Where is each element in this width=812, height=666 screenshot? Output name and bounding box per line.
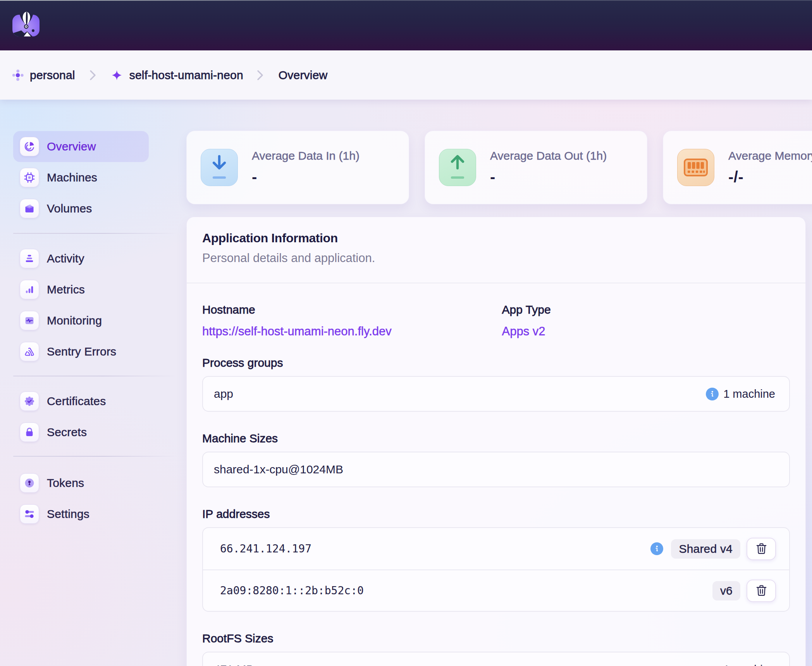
ip-type-badge: Shared v4 bbox=[671, 539, 740, 559]
sidebar-item-label: Activity bbox=[47, 252, 84, 265]
sidebar-item-volumes[interactable]: Volumes bbox=[13, 193, 149, 224]
field-label: Hostname bbox=[202, 302, 490, 317]
ip-address-row: 2a09:8280:1::2b:b52c:0 v6 bbox=[203, 569, 789, 611]
overview-icon bbox=[20, 137, 39, 156]
chevron-right-icon bbox=[90, 70, 96, 80]
sidebar-item-label: Sentry Errors bbox=[47, 345, 116, 358]
machine-sizes-section: Machine Sizes shared-1x-cpu@1024MB bbox=[202, 431, 790, 487]
sparkle-icon bbox=[112, 70, 122, 80]
upload-icon bbox=[439, 149, 476, 186]
sidebar-item-activity[interactable]: Activity bbox=[13, 243, 149, 274]
stat-value: - bbox=[252, 168, 360, 186]
ip-address-row: 66.241.124.197 Shared v4 bbox=[203, 528, 789, 569]
hostname-link[interactable]: https://self-host-umami-neon.fly.dev bbox=[202, 324, 490, 339]
lock-icon bbox=[20, 423, 39, 442]
settings-icon bbox=[20, 504, 39, 524]
section-label: Machine Sizes bbox=[202, 431, 790, 446]
sidebar-item-overview[interactable]: Overview bbox=[13, 131, 149, 162]
stat-card-data-out: Average Data Out (1h) - bbox=[425, 131, 647, 204]
sidebar-item-label: Settings bbox=[47, 507, 89, 521]
sidebar-item-label: Machines bbox=[47, 171, 97, 184]
sidebar-item-sentry-errors[interactable]: Sentry Errors bbox=[13, 336, 149, 367]
top-header bbox=[0, 0, 812, 50]
rootfs-size: 471 MB bbox=[214, 663, 254, 666]
rootfs-row: 471 MB 1 machine bbox=[203, 652, 789, 666]
field-app-type: App Type Apps v2 bbox=[502, 302, 790, 339]
breadcrumb-app[interactable]: self-host-umami-neon bbox=[129, 69, 243, 82]
sidebar-divider bbox=[13, 233, 177, 234]
delete-ip-button[interactable] bbox=[747, 580, 776, 602]
ip-address: 66.241.124.197 bbox=[220, 542, 311, 555]
section-label: RootFS Sizes bbox=[202, 631, 790, 646]
stat-value: - bbox=[490, 168, 607, 186]
sentry-icon bbox=[20, 342, 39, 361]
process-groups-section: Process groups app bbox=[202, 355, 790, 412]
activity-icon bbox=[20, 249, 39, 268]
sidebar-item-tokens[interactable]: Tokens bbox=[13, 468, 149, 499]
sidebar-item-certificates[interactable]: Certificates bbox=[13, 386, 149, 417]
field-hostname: Hostname https://self-host-umami-neon.fl… bbox=[202, 302, 490, 339]
delete-ip-button[interactable] bbox=[747, 538, 776, 560]
memory-icon bbox=[677, 149, 714, 186]
machines-icon bbox=[20, 168, 39, 187]
stat-card-data-in: Average Data In (1h) - bbox=[186, 131, 409, 204]
chevron-right-icon bbox=[257, 70, 263, 80]
app-type-link[interactable]: Apps v2 bbox=[502, 324, 790, 339]
certificate-icon bbox=[20, 392, 39, 411]
stats-row: Average Data In (1h) - Average Data bbox=[186, 131, 812, 204]
sidebar-item-label: Secrets bbox=[47, 426, 87, 439]
machine-size-value: shared-1x-cpu@1024MB bbox=[214, 463, 343, 476]
info-icon[interactable] bbox=[650, 542, 663, 555]
process-group-row: app 1 machine bbox=[203, 377, 789, 411]
stat-card-memory: Average Memory -/- bbox=[663, 131, 812, 204]
organization-icon bbox=[12, 69, 24, 81]
sidebar-item-monitoring[interactable]: Monitoring bbox=[13, 305, 149, 336]
main-content: Average Data In (1h) - Average Data bbox=[186, 100, 812, 666]
rootfs-sizes-section: RootFS Sizes 471 MB 1 machine bbox=[202, 631, 790, 666]
machine-count: 1 machine bbox=[723, 663, 775, 666]
card-title: Application Information bbox=[202, 231, 790, 245]
sidebar: Overview Machines bbox=[13, 131, 177, 530]
section-label: IP addresses bbox=[202, 506, 790, 522]
machine-size-row: shared-1x-cpu@1024MB bbox=[203, 452, 789, 487]
volumes-icon bbox=[20, 199, 39, 218]
fly-io-logo[interactable] bbox=[12, 5, 41, 37]
stat-label: Average Data In (1h) bbox=[252, 149, 360, 162]
ip-address: 2a09:8280:1::2b:b52c:0 bbox=[220, 584, 364, 597]
stat-label: Average Data Out (1h) bbox=[490, 149, 607, 162]
breadcrumb-org[interactable]: personal bbox=[30, 69, 75, 82]
stat-label: Average Memory bbox=[728, 149, 812, 162]
sidebar-item-label: Certificates bbox=[47, 395, 106, 408]
sidebar-item-metrics[interactable]: Metrics bbox=[13, 274, 149, 305]
application-information-header: Application Information Personal details… bbox=[187, 217, 805, 283]
field-label: App Type bbox=[502, 302, 790, 317]
sidebar-divider bbox=[13, 376, 177, 376]
application-information-card: Application Information Personal details… bbox=[186, 217, 806, 666]
breadcrumb: personal self-host-umami-neon Overview bbox=[0, 50, 812, 100]
metrics-icon bbox=[20, 280, 39, 299]
ip-type-badge: v6 bbox=[712, 581, 740, 600]
download-icon bbox=[201, 149, 238, 186]
sidebar-divider bbox=[13, 456, 177, 457]
info-icon[interactable] bbox=[706, 388, 719, 400]
machine-count: 1 machine bbox=[723, 388, 775, 400]
sidebar-item-secrets[interactable]: Secrets bbox=[13, 417, 149, 448]
token-icon bbox=[20, 473, 39, 493]
sidebar-item-label: Tokens bbox=[47, 476, 84, 490]
sidebar-item-label: Volumes bbox=[47, 202, 92, 215]
ip-addresses-section: IP addresses 66.241.124.197 bbox=[202, 506, 790, 612]
monitoring-icon bbox=[20, 311, 39, 330]
sidebar-item-settings[interactable]: Settings bbox=[13, 499, 149, 530]
section-label: Process groups bbox=[202, 355, 790, 371]
stat-value: -/- bbox=[728, 168, 812, 186]
process-group-name: app bbox=[214, 387, 233, 400]
breadcrumb-page: Overview bbox=[279, 69, 328, 82]
sidebar-item-label: Metrics bbox=[47, 283, 85, 296]
sidebar-item-machines[interactable]: Machines bbox=[13, 162, 149, 193]
card-subtitle: Personal details and application. bbox=[202, 251, 790, 265]
sidebar-item-label: Monitoring bbox=[47, 314, 102, 327]
sidebar-item-label: Overview bbox=[47, 140, 96, 153]
